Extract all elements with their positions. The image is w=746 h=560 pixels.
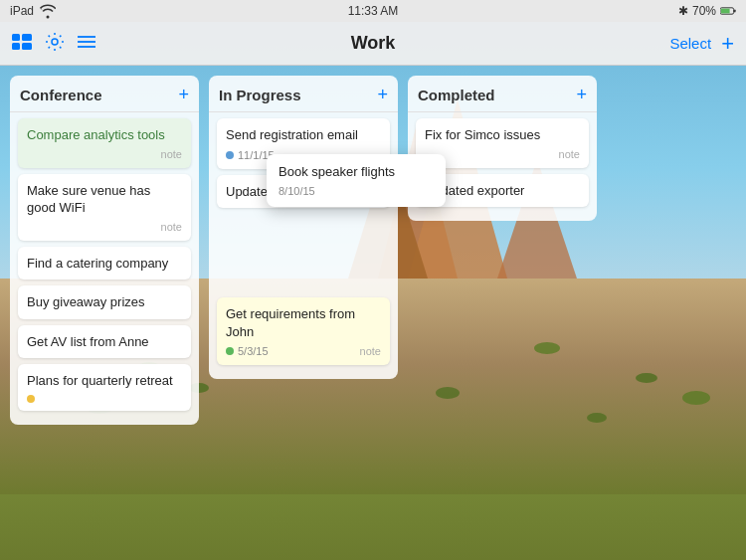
- card-catering[interactable]: Find a catering company: [18, 247, 191, 280]
- board: Conference + Compare analytics tools not…: [0, 66, 746, 560]
- svg-rect-6: [22, 43, 32, 50]
- card-title: Updated exporter: [425, 182, 580, 200]
- card-title: Get requirements from John: [226, 305, 381, 340]
- column-title-completed: Completed: [418, 87, 495, 103]
- status-left: iPad: [10, 3, 56, 19]
- battery-icon: [720, 3, 736, 19]
- status-right: ✱ 70%: [678, 3, 736, 19]
- column-header-completed: Completed +: [408, 76, 597, 112]
- svg-rect-5: [12, 43, 20, 50]
- card-requirements-john[interactable]: Get requirements from John 5/3/15 note: [217, 297, 390, 365]
- card-quarterly-retreat[interactable]: Plans for quarterly retreat: [18, 364, 191, 411]
- nav-bar: Work Select +: [0, 22, 746, 66]
- card-note: note: [559, 148, 580, 160]
- svg-rect-3: [12, 34, 20, 41]
- card-av-list[interactable]: Get AV list from Anne: [18, 325, 191, 359]
- page-title: Work: [351, 33, 396, 54]
- column-title-conference: Conference: [20, 87, 102, 103]
- dot-blue: [226, 151, 234, 159]
- card-note: note: [161, 221, 182, 233]
- card-title: Send registration email: [226, 126, 381, 144]
- card-title: Fix for Simco issues: [425, 126, 580, 144]
- card-date-row: [27, 395, 182, 403]
- nav-right: Select +: [669, 31, 734, 57]
- svg-rect-1: [721, 9, 730, 14]
- card-title: Compare analytics tools: [27, 126, 182, 144]
- add-card-in-progress[interactable]: +: [377, 86, 388, 103]
- menu-button[interactable]: [78, 35, 95, 52]
- popup-card-speaker-flights[interactable]: Book speaker flights 8/10/15: [267, 154, 446, 207]
- card-title: Make sure venue has good WiFi: [27, 182, 182, 217]
- dot-green: [226, 347, 234, 355]
- card-note: note: [161, 148, 182, 160]
- column-conference: Conference + Compare analytics tools not…: [10, 76, 199, 425]
- column-in-progress: In Progress + Send registration email 11…: [209, 76, 398, 379]
- card-giveaway[interactable]: Buy giveaway prizes: [18, 285, 191, 319]
- add-button[interactable]: +: [721, 31, 734, 57]
- battery-label: 70%: [692, 4, 716, 18]
- status-time: 11:33 AM: [348, 4, 399, 18]
- card-meta: note: [27, 148, 182, 160]
- card-compare-analytics[interactable]: Compare analytics tools note: [18, 118, 191, 168]
- column-header-conference: Conference +: [10, 76, 199, 112]
- card-date: 5/3/15: [226, 345, 269, 357]
- select-button[interactable]: Select: [669, 35, 711, 52]
- status-bar: iPad 11:33 AM ✱ 70%: [0, 0, 746, 22]
- nav-left: [12, 33, 95, 54]
- column-title-in-progress: In Progress: [219, 87, 301, 103]
- settings-button[interactable]: [46, 33, 64, 54]
- device-label: iPad: [10, 4, 34, 18]
- add-card-conference[interactable]: +: [178, 86, 189, 103]
- card-title: Find a catering company: [27, 255, 182, 273]
- card-title: Get AV list from Anne: [27, 333, 182, 351]
- card-note: note: [360, 345, 381, 357]
- svg-rect-4: [22, 34, 32, 41]
- svg-rect-2: [734, 9, 736, 12]
- card-venue-wifi[interactable]: Make sure venue has good WiFi note: [18, 174, 191, 241]
- bluetooth-icon: ✱: [678, 4, 688, 18]
- popup-date: 8/10/15: [279, 185, 434, 197]
- svg-point-7: [52, 39, 58, 45]
- column-header-in-progress: In Progress +: [209, 76, 398, 112]
- add-card-completed[interactable]: +: [576, 86, 587, 103]
- card-title: Buy giveaway prizes: [27, 293, 182, 311]
- card-date-row: 5/3/15 note: [226, 345, 381, 357]
- dot-yellow: [27, 395, 35, 403]
- card-meta: note: [27, 221, 182, 233]
- popup-title: Book speaker flights: [279, 164, 434, 179]
- wifi-icon: [40, 3, 56, 19]
- card-meta: note: [425, 148, 580, 160]
- board-view-button[interactable]: [12, 34, 32, 53]
- card-title: Plans for quarterly retreat: [27, 372, 182, 390]
